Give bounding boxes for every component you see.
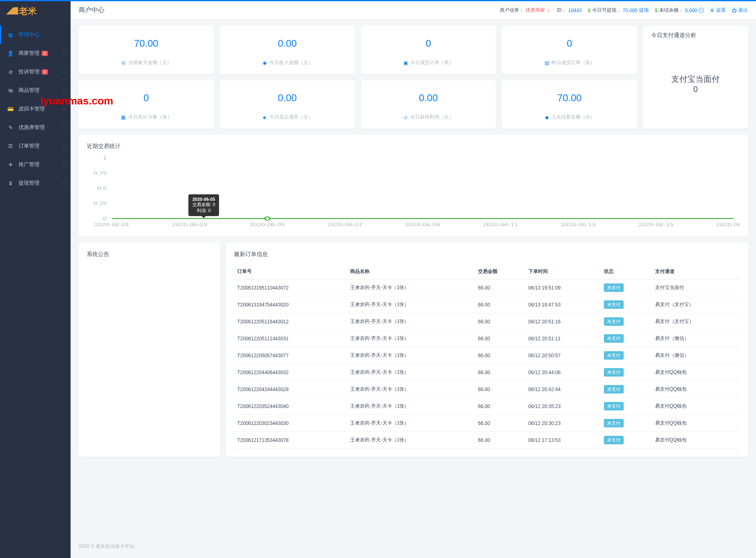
table-row[interactable]: T200612205111443031 王者农药-齐天-天卡（1张） 66.00…	[234, 330, 740, 347]
table-row[interactable]: T200613194754443020 王者农药-齐天-天卡（1张） 66.00…	[234, 296, 740, 313]
stat-label: ◈ 今日卖出成本（元）	[226, 114, 349, 121]
svg-text:2020-06-17: 2020-06-17	[716, 222, 740, 227]
menu-label: 订单管理	[19, 142, 40, 150]
sidebar-item-5[interactable]: ✎ 优惠券管理 ›	[0, 118, 71, 137]
channel: 易支付（微信）	[652, 330, 740, 347]
status-badge: 未支付	[604, 402, 624, 410]
stat-label: ◇ 今日获得利润（元）	[367, 114, 490, 121]
today-withdraw: $ 今日可提现： 70.000 提现	[588, 7, 649, 14]
status-badge: 未支付	[604, 300, 624, 309]
amount: 66.00	[475, 398, 525, 415]
sidebar-item-7[interactable]: ✈ 推广管理 ›	[0, 155, 71, 174]
menu-icon: ☰	[7, 143, 14, 149]
menu-badge: 0	[42, 69, 48, 75]
table-row[interactable]: T200612205057443077 王者农药-齐天-天卡（1张） 66.00…	[234, 347, 740, 364]
announcement-card: 系统公告	[79, 243, 220, 457]
sidebar-item-3[interactable]: 🛍 商品管理 ›	[0, 81, 71, 100]
table-row[interactable]: T200612203023443030 王者农药-齐天-天卡（1张） 66.00…	[234, 415, 740, 432]
menu-label: 商品管理	[19, 87, 40, 94]
svg-text:0: 0	[103, 216, 107, 221]
order-no: T200612204244443028	[234, 381, 347, 398]
order-no: T200612203524443040	[234, 398, 347, 415]
status-badge: 未支付	[604, 419, 624, 427]
product: 王者农药-齐天-天卡（1张）	[347, 415, 475, 432]
menu-icon: 👤	[7, 50, 14, 56]
amount: 66.00	[475, 279, 525, 296]
order-no: T200612171353443078	[234, 432, 347, 449]
logout-link[interactable]: ⏻ 退出	[732, 7, 748, 14]
table-row[interactable]: T200612204406443032 王者农药-齐天-天卡（1张） 66.00…	[234, 364, 740, 381]
orders-title: 最新订单信息	[234, 251, 740, 258]
sidebar-item-6[interactable]: ☰ 订单管理 ›	[0, 137, 71, 155]
menu-label: 虚拟卡管理	[19, 105, 45, 112]
stat-card-7: 70.00 ◆ 上次结算金额（元）	[502, 80, 637, 129]
table-row[interactable]: T200612203524443040 王者农药-齐天-天卡（1张） 66.00…	[234, 398, 740, 415]
logo-icon	[6, 7, 18, 16]
order-no: T200613195110443072	[234, 279, 347, 296]
amount: 66.00	[475, 415, 525, 432]
table-row[interactable]: T200613195110443072 王者农药-齐天-天卡（1张） 66.00…	[234, 279, 740, 296]
channel: 易支付QQ钱包	[652, 432, 740, 449]
product: 王者农药-齐天-天卡（1张）	[347, 364, 475, 381]
settings-link[interactable]: ⚙ 设置	[710, 7, 726, 14]
sidebar-item-4[interactable]: 💳 虚拟卡管理 ›	[0, 100, 71, 118]
table-row[interactable]: T200612171353443078 王者农药-齐天-天卡（1张） 66.00…	[234, 432, 740, 449]
amount: 66.00	[475, 347, 525, 364]
amount: 66.00	[475, 296, 525, 313]
announcement-title: 系统公告	[87, 251, 212, 258]
channel-value: 0	[693, 85, 698, 94]
svg-text:2020-06-05: 2020-06-05	[250, 222, 285, 227]
svg-text:2020-06-13: 2020-06-13	[560, 222, 596, 227]
sidebar-item-2[interactable]: ⊘ 投诉管理 0 ›	[0, 62, 71, 81]
orders-col-5: 支付通道	[652, 264, 740, 279]
time: 06/12 20:44:06	[525, 364, 601, 381]
menu-label: 商家管理	[19, 50, 40, 57]
logo-text: 老米	[19, 5, 37, 17]
product: 王者农药-齐天-天卡（1张）	[347, 432, 475, 449]
chart-title: 近期交易统计	[87, 143, 740, 150]
help-icon[interactable]: ?	[699, 8, 704, 13]
stat-label: ◎ 当前账号金额（元）	[85, 59, 208, 66]
sidebar-item-1[interactable]: 👤 商家管理 0 ›	[0, 44, 71, 62]
stat-icon: ▣	[403, 60, 408, 66]
svg-point-15	[265, 217, 269, 220]
stat-value: 0.00	[226, 92, 349, 104]
stat-icon: ◇	[403, 115, 408, 120]
orders-card: 最新订单信息 订单号商品名称交易金额下单时间状态支付通道 T2006131951…	[226, 243, 748, 457]
stat-card-5: 0.00 ◈ 今日卖出成本（元）	[220, 80, 355, 129]
trade-chart[interactable]: 00.250.50.7512020-06-012020-06-032020-06…	[87, 156, 740, 229]
sidebar: 老米 ▦ 管理中心 👤 商家管理 0 › ⊘ 投诉管理 0 › 🛍 商品管理 ›…	[0, 0, 71, 558]
logo[interactable]: 老米	[0, 1, 71, 21]
table-row[interactable]: T200612204244443028 王者农药-齐天-天卡（1张） 66.00…	[234, 381, 740, 398]
menu-icon: ▦	[7, 31, 14, 38]
menu-label: 管理中心	[19, 31, 40, 38]
order-no: T200612205111443031	[234, 330, 347, 347]
status-badge: 未支付	[604, 283, 624, 292]
menu-icon: ✈	[7, 161, 14, 168]
sidebar-item-8[interactable]: $ 提现管理 ›	[0, 174, 71, 192]
order-no: T200612203023443030	[234, 415, 347, 432]
stat-card-2: 0 ▣ 今日成交订单（笔）	[361, 26, 496, 74]
svg-text:0.75: 0.75	[94, 171, 107, 176]
menu-icon: 🛍	[7, 87, 14, 94]
pending-balance: $ 未结余额： 0.000 ?	[655, 7, 704, 14]
order-no: T200612205116443012	[234, 313, 347, 330]
amount: 66.00	[475, 330, 525, 347]
channel: 支付宝当面付	[652, 279, 740, 296]
amount: 66.00	[475, 313, 525, 330]
time: 06/13 19:51:09	[525, 279, 601, 296]
merchant-credit: 商户信誉： 优质商家 ♕	[500, 7, 551, 14]
time: 06/12 20:30:23	[525, 415, 601, 432]
product: 王者农药-齐天-天卡（1张）	[347, 313, 475, 330]
svg-text:2020-06-01: 2020-06-01	[94, 222, 130, 227]
withdraw-link[interactable]: 提现	[639, 7, 649, 14]
stat-icon: ◎	[121, 60, 126, 66]
table-row[interactable]: T200612205116443012 王者农药-齐天-天卡（1张） 66.00…	[234, 313, 740, 330]
svg-text:1: 1	[103, 156, 107, 160]
channel: 易支付QQ钱包	[652, 415, 740, 432]
sidebar-item-0[interactable]: ▦ 管理中心	[0, 25, 71, 44]
stat-card-3: 0 ▤ 昨日成交订单（笔）	[502, 26, 637, 74]
product: 王者农药-齐天-天卡（1张）	[347, 279, 475, 296]
amount: 66.00	[475, 432, 525, 449]
product: 王者农药-齐天-天卡（1张）	[347, 381, 475, 398]
